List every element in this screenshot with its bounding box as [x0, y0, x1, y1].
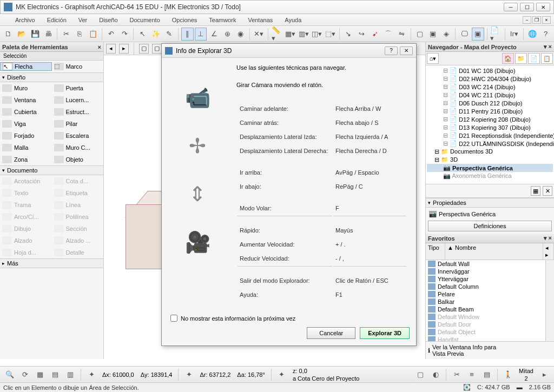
arrow-lt-icon[interactable]: ↘ — [342, 28, 355, 41]
navigator-tree[interactable]: ⊟ 📄 D01 WC 108 (Dibujo)⊟ 📄 D02 HWC 204/3… — [426, 65, 554, 184]
doc-icon[interactable]: 📄▾ — [490, 28, 502, 41]
fav-col-nombre[interactable]: ▲ Nombre — [445, 243, 543, 260]
snap-tool2-icon[interactable]: ◉ — [235, 28, 247, 41]
tool-escalera[interactable]: Escalera — [52, 132, 104, 139]
tool-trama[interactable]: Trama — [0, 201, 52, 209]
snap-para-icon[interactable]: ∥ — [181, 28, 194, 41]
tool-muroc[interactable]: Muro C... — [52, 144, 104, 151]
maximize-button[interactable]: ☐ — [520, 3, 534, 11]
sb-orbit-icon[interactable]: ⟳ — [18, 368, 31, 381]
pencil-icon[interactable]: ✎ — [163, 28, 176, 41]
toolbox-design-header[interactable]: Diseño — [0, 72, 103, 82]
sb-grid-icon[interactable]: ▦ — [34, 368, 47, 381]
view-nav-left-icon[interactable]: ◂ — [106, 44, 116, 54]
menu-opciones[interactable]: Opciones — [168, 16, 201, 24]
nav-home-icon[interactable]: ⌂▾ — [427, 53, 439, 64]
tree-item[interactable]: ⊟ 📄 D11 Pentry 216 (Dibujo) — [427, 107, 553, 115]
tree-item[interactable]: ⊟ 📄 D03 WC 214 (Dibujo) — [427, 83, 553, 91]
shape2-icon[interactable]: ▣ — [427, 28, 439, 41]
wand-icon[interactable]: ✨ — [150, 28, 162, 41]
tree-item[interactable]: ⊟ 📄 D06 Dusch 212 (Dibujo) — [427, 99, 553, 107]
tree-item[interactable]: ⊟ 📄 D01 WC 108 (Dibujo) — [427, 67, 553, 75]
nav-tab1-icon[interactable]: 🏠 — [502, 53, 514, 64]
properties-header[interactable]: Propiedades — [426, 198, 554, 208]
menu-ver[interactable]: Ver — [74, 16, 92, 24]
toolbox-mas-header[interactable]: Más — [0, 258, 103, 268]
tool-detalle[interactable]: Detalle — [52, 249, 104, 256]
sb-cut-icon[interactable]: ✂ — [450, 368, 463, 381]
favorites-scrollbar[interactable] — [545, 260, 554, 341]
menu-teamwork[interactable]: Teamwork — [205, 16, 240, 24]
tool-muro[interactable]: Muro — [0, 84, 52, 92]
copy-icon[interactable]: ⎘ — [74, 28, 86, 41]
tool-pilar[interactable]: Pilar — [52, 120, 104, 128]
tree-item[interactable]: ⊟ 📄 D02 HWC 204/304 (Dibujo) — [427, 75, 553, 83]
fav-item[interactable]: Default Wall — [426, 260, 545, 268]
menu-edicion[interactable]: Edición — [43, 16, 71, 24]
paste-icon[interactable]: 📋 — [87, 28, 100, 41]
tool-forjado[interactable]: Forjado — [0, 132, 52, 139]
tree-item[interactable]: ⊟ 📄 D22 UTLÄMNINGSDISK (Independiente) — [427, 139, 553, 148]
align3-icon[interactable]: ◫▾ — [311, 28, 323, 41]
arrow-red-icon[interactable]: ➹ — [369, 28, 381, 41]
favorites-list[interactable]: Default WallInnerväggarYtterväggarDefaul… — [426, 260, 545, 341]
tree-axo[interactable]: 📷 Axonometría Genérica — [427, 172, 553, 180]
tree-perspectiva[interactable]: 📷 Perspectiva Genérica — [427, 164, 553, 172]
tree-item[interactable]: ⊟ 📄 D21 Receptionsdisk (Independiente) — [427, 131, 553, 139]
tool-texto[interactable]: Texto — [0, 189, 52, 197]
tool-objeto[interactable]: Objeto — [52, 156, 104, 163]
tool-lucern[interactable]: Lucern... — [52, 96, 104, 104]
menu-diseno[interactable]: Diseño — [95, 16, 122, 24]
shape3-icon[interactable]: ◈ — [440, 28, 453, 41]
align2-icon[interactable]: ▥▾ — [298, 28, 310, 41]
world-icon[interactable]: 🌐 — [526, 28, 539, 41]
sb-compass2-icon[interactable]: ✦ — [182, 368, 195, 381]
tool-malla[interactable]: Malla — [0, 144, 52, 151]
tool-etiqueta[interactable]: Etiqueta — [52, 189, 104, 197]
nav-settings-icon[interactable]: ▦ — [531, 186, 540, 196]
undo-icon[interactable]: ↶ — [105, 28, 117, 41]
text-ir-icon[interactable]: Ir▾ — [508, 28, 520, 41]
tool-estruct[interactable]: Estruct... — [52, 108, 104, 116]
nav-delete-icon[interactable]: ✕ — [543, 186, 552, 196]
cut-icon[interactable]: ✂ — [60, 28, 72, 41]
ruler-icon[interactable]: 📏▾ — [271, 28, 283, 41]
fav-col-more-icon[interactable]: ◂ ▸ — [543, 243, 554, 260]
mdi-restore-icon[interactable]: ❐ — [532, 16, 541, 24]
sb-zoom-icon[interactable]: 🔍 — [3, 368, 16, 381]
tool-flecha[interactable]: ↖Flecha — [0, 62, 52, 71]
tree-3d[interactable]: ⊟ 📁 3D — [427, 156, 553, 164]
definitions-button[interactable]: Definiciones — [428, 221, 552, 231]
tree-docs3d[interactable]: ⊟ 📁 Documentos 3D — [427, 148, 553, 156]
explore3d-button[interactable]: Explorar 3D — [360, 327, 410, 339]
view-split1-icon[interactable]: ▢ — [139, 44, 149, 54]
toolbox-doc-header[interactable]: Documento — [0, 165, 103, 175]
snap-angle-icon[interactable]: ∠ — [208, 28, 220, 41]
nav-tab2-icon[interactable]: 📁 — [515, 53, 527, 64]
fav-item[interactable]: Handfat — [426, 336, 545, 341]
align-icon[interactable]: ▦▾ — [284, 28, 296, 41]
tool-cotad[interactable]: Cota d... — [52, 177, 104, 185]
menu-documento[interactable]: Documento — [126, 16, 164, 24]
tool-ventana[interactable]: Ventana — [0, 96, 52, 104]
dont-show-input[interactable] — [170, 315, 177, 322]
tool-marco[interactable]: ⬚Marco — [52, 63, 104, 70]
align4-icon[interactable]: ⬚▾ — [324, 28, 337, 41]
fav-item[interactable]: Default Window — [426, 313, 545, 321]
redo-icon[interactable]: ↷ — [118, 28, 131, 41]
tool-lnea[interactable]: Línea — [52, 201, 104, 209]
close-button[interactable]: ✕ — [536, 3, 550, 11]
sb-z-icon[interactable]: ✦ — [275, 368, 288, 381]
reflect-icon[interactable]: ⇋ — [395, 28, 408, 41]
tool-alzado[interactable]: Alzado — [0, 237, 52, 244]
tree-item[interactable]: ⊟ 📄 D04 WC 211 (Dibujo) — [427, 91, 553, 99]
tool-puerta[interactable]: Puerta — [52, 84, 104, 92]
help-icon[interactable]: ? — [539, 28, 552, 41]
menu-ventanas[interactable]: Ventanas — [243, 16, 277, 24]
fav-item[interactable]: Innerväggar — [426, 268, 545, 275]
menu-archivo[interactable]: Archivo — [11, 16, 39, 24]
tree-item[interactable]: ⊟ 📄 D12 Kopiering 208 (Dibujo) — [427, 115, 553, 123]
dialog-close-icon[interactable]: ✕ — [400, 46, 413, 55]
mdi-close-icon[interactable]: × — [542, 16, 551, 24]
tool-hojad[interactable]: Hoja d... — [0, 249, 52, 256]
